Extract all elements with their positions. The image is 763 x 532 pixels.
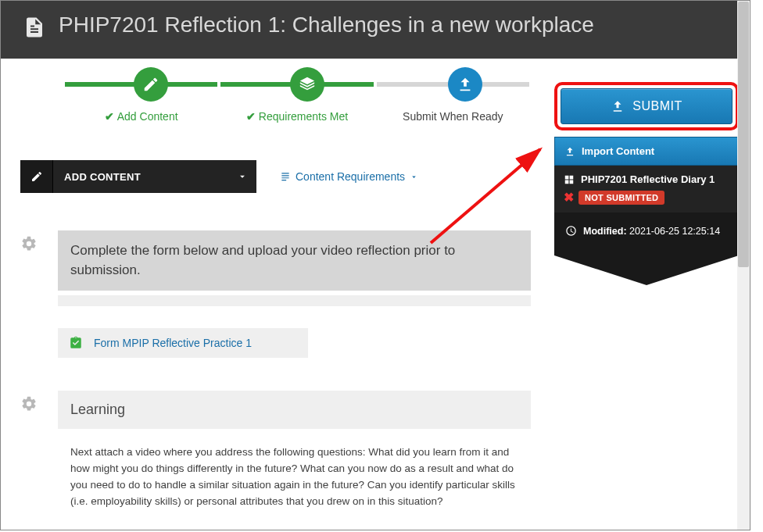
upload-icon bbox=[611, 99, 625, 113]
learning-body: Next attach a video where you address th… bbox=[58, 437, 531, 510]
step-requirements-icon bbox=[290, 67, 324, 102]
add-content-label: ADD CONTENT bbox=[53, 160, 228, 193]
vertical-scrollbar[interactable] bbox=[737, 1, 750, 530]
chevron-down-icon bbox=[410, 173, 418, 181]
import-content-button[interactable]: Import Content bbox=[554, 137, 739, 166]
step1-label: ✔Add Content bbox=[63, 110, 219, 123]
scrollbar-thumb[interactable] bbox=[738, 2, 749, 267]
spacer-bar bbox=[58, 295, 531, 306]
learning-heading: Learning bbox=[58, 391, 531, 429]
x-icon: ✖ bbox=[564, 190, 574, 205]
modified-info: Modified: 2021-06-25 12:25:14 bbox=[554, 212, 739, 255]
gear-icon[interactable] bbox=[20, 395, 42, 416]
grid-icon bbox=[564, 174, 575, 185]
status-badge: NOT SUBMITTED bbox=[579, 191, 664, 205]
gear-icon[interactable] bbox=[20, 235, 42, 255]
submit-button[interactable]: SUBMIT bbox=[561, 88, 733, 124]
progress-labels: ✔Add Content ✔Requirements Met Submit Wh… bbox=[63, 110, 531, 123]
form-link-label: Form MPIP Reflective Practice 1 bbox=[94, 337, 252, 349]
step2-label: ✔Requirements Met bbox=[219, 110, 374, 123]
submit-label: SUBMIT bbox=[632, 99, 682, 113]
pencil-icon bbox=[20, 160, 53, 193]
diary-title: PHIP7201 Reflective Diary 1 bbox=[581, 173, 715, 185]
document-icon bbox=[23, 13, 46, 41]
step-add-content-icon bbox=[134, 67, 168, 102]
page-header: PHIP7201 Reflection 1: Challenges in a n… bbox=[1, 1, 750, 59]
instruction-text: Complete the form below and upload your … bbox=[58, 230, 531, 291]
content-requirements-link[interactable]: Content Requirements bbox=[280, 170, 418, 183]
clipboard-check-icon bbox=[69, 336, 83, 350]
content-requirements-label: Content Requirements bbox=[296, 170, 405, 183]
submit-highlight-annotation: SUBMIT bbox=[554, 82, 739, 130]
step-submit-icon bbox=[448, 67, 482, 102]
progress-track bbox=[63, 82, 531, 87]
import-label: Import Content bbox=[582, 145, 654, 157]
form-attachment[interactable]: Form MPIP Reflective Practice 1 bbox=[58, 328, 308, 358]
page-title: PHIP7201 Reflection 1: Challenges in a n… bbox=[59, 10, 594, 40]
diary-info: PHIP7201 Reflective Diary 1 ✖ NOT SUBMIT… bbox=[554, 166, 739, 212]
clock-icon bbox=[565, 225, 577, 237]
add-content-button[interactable]: ADD CONTENT bbox=[20, 160, 256, 193]
upload-icon bbox=[564, 146, 575, 157]
step3-label: Submit When Ready bbox=[375, 110, 531, 123]
pennant-shape bbox=[554, 255, 739, 285]
list-icon bbox=[280, 171, 291, 182]
chevron-down-icon bbox=[228, 160, 256, 193]
